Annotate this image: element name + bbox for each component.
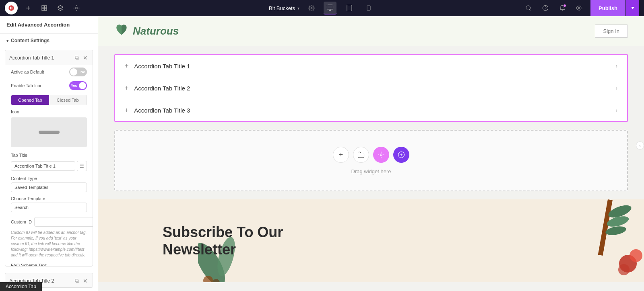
sidebar-collapse-arrow[interactable]: ‹	[636, 141, 644, 150]
tab-card-1: Accordion Tab Title 1 ⧉ ✕ Active as Defa…	[5, 50, 93, 266]
herb-decoration	[543, 199, 644, 280]
tab-title-input[interactable]	[11, 161, 75, 171]
icon-dash-shape	[39, 131, 60, 134]
subscribe-heading: Subscribe To Our Newsletter	[163, 223, 283, 258]
svg-point-36	[618, 264, 630, 275]
faq-schema-label: FAQ Schema Text	[11, 263, 87, 266]
custom-id-label: Custom ID	[11, 219, 32, 224]
content-type-select-row: Saved Templates	[11, 182, 87, 192]
svg-rect-2	[12, 7, 12, 10]
tab-card-1-close-button[interactable]: ✕	[82, 53, 89, 62]
accordion-item-2-left: + Accordion Tab Title 2	[125, 84, 190, 92]
add-widget-icon[interactable]	[23, 2, 34, 14]
tab-title-action-button[interactable]: ☰	[77, 161, 87, 171]
svg-marker-24	[631, 7, 634, 9]
widget-drop-area: + Drag widget here	[114, 130, 628, 191]
accordion-item-2[interactable]: + Accordion Tab Title 2 ›	[115, 77, 627, 99]
svg-point-35	[630, 249, 642, 262]
subscribe-heading-line1: Subscribe To Our	[163, 224, 283, 240]
svg-marker-9	[58, 5, 63, 9]
tab-card-1-copy-button[interactable]: ⧉	[74, 53, 80, 62]
accordion-plus-icon-3: +	[125, 107, 128, 114]
svg-rect-1	[10, 7, 11, 10]
svg-point-11	[311, 7, 312, 9]
preview-icon[interactable]	[574, 2, 585, 14]
topbar-center: Bit Buckets ▾	[269, 2, 375, 14]
content-settings-toggle[interactable]: ▾ Content Settings	[0, 34, 98, 47]
site-header: Naturous Sign In	[98, 16, 644, 46]
search-icon[interactable]	[523, 2, 534, 14]
opened-tab-button[interactable]: Opened Tab	[11, 95, 49, 105]
topbar: Bit Buckets ▾ Publish	[0, 0, 644, 16]
toggle-knob-2	[79, 82, 86, 89]
ai-icon[interactable]	[71, 2, 82, 14]
subscribe-heading-line2: Newsletter	[163, 241, 236, 258]
bottom-tab-indicator: Accordion Tab	[0, 282, 42, 291]
active-default-toggle[interactable]	[69, 68, 87, 76]
tab-title-label: Tab Title	[5, 151, 93, 159]
logo-heart-icon	[114, 23, 129, 40]
svg-point-21	[543, 5, 548, 10]
layers-icon[interactable]	[55, 2, 66, 14]
accordion-item-3-left: + Accordion Tab Title 3	[125, 107, 190, 114]
accordion-item-3[interactable]: + Accordion Tab Title 3 ›	[115, 99, 627, 121]
svg-point-23	[578, 7, 580, 9]
notifications-icon[interactable]	[557, 2, 568, 14]
sign-in-button[interactable]: Sign In	[595, 25, 628, 38]
ai-widget-button[interactable]	[373, 147, 389, 163]
sidebar-header-label: Edit Advanced Accordion	[6, 22, 70, 28]
tab-card-2-copy-button[interactable]: ⧉	[74, 277, 80, 285]
settings-icon[interactable]	[306, 2, 317, 14]
accordion-chevron-icon-3: ›	[615, 107, 617, 113]
svg-rect-6	[45, 6, 47, 8]
add-widget-button[interactable]: +	[333, 147, 349, 163]
enable-icon-toggle[interactable]	[69, 81, 87, 90]
icon-preview	[11, 117, 87, 147]
custom-id-row: Custom ID	[5, 214, 93, 228]
svg-rect-8	[45, 8, 47, 10]
accordion-item-1-left: + Accordion Tab Title 1	[125, 62, 190, 70]
accordion-widget: + Accordion Tab Title 1 › + Accordion Ta…	[114, 54, 628, 122]
accordion-plus-icon-1: +	[125, 62, 128, 70]
tab-card-2-actions: ⧉ ✕	[74, 277, 89, 285]
device-mobile-button[interactable]	[362, 2, 375, 14]
help-icon[interactable]	[540, 2, 551, 14]
sidebar-header: Edit Advanced Accordion	[0, 16, 98, 34]
accordion-item-2-title: Accordion Tab Title 2	[134, 85, 190, 92]
accordion-chevron-icon-2: ›	[615, 85, 617, 91]
svg-point-10	[76, 7, 78, 9]
topbar-left	[5, 2, 82, 14]
accordion-plus-icon-2: +	[125, 84, 128, 92]
choose-template-select-row: Search	[11, 203, 87, 212]
publish-button[interactable]: Publish	[590, 0, 625, 16]
content-settings-chevron-icon: ▾	[6, 39, 8, 43]
tab-card-2-close-button[interactable]: ✕	[82, 277, 89, 285]
faq-schema-row: FAQ Schema Text ☰	[5, 261, 93, 266]
logo-text: Naturous	[133, 25, 179, 37]
site-name-label: Bit Buckets	[269, 5, 295, 11]
site-name[interactable]: Bit Buckets ▾	[269, 5, 299, 11]
choose-template-label: Choose Template	[11, 196, 87, 201]
closed-tab-button[interactable]: Closed Tab	[49, 95, 87, 105]
elementor-logo-button[interactable]	[5, 2, 18, 14]
structure-icon[interactable]	[39, 2, 50, 14]
tab-switcher: Opened Tab Closed Tab	[11, 95, 87, 105]
publish-split-button[interactable]	[626, 0, 639, 16]
content-type-select[interactable]: Saved Templates	[11, 182, 87, 192]
ai2-widget-button[interactable]	[393, 147, 409, 163]
svg-point-19	[526, 6, 530, 10]
tab-card-1-actions: ⧉ ✕	[74, 53, 89, 62]
svg-point-33	[605, 225, 627, 237]
svg-rect-7	[42, 8, 44, 10]
choose-template-select[interactable]: Search	[11, 203, 87, 212]
active-default-label: Active as Default	[11, 70, 44, 74]
custom-id-input[interactable]	[34, 217, 93, 227]
device-desktop-button[interactable]	[324, 2, 336, 14]
device-tablet-button[interactable]	[343, 2, 356, 14]
accordion-item-3-title: Accordion Tab Title 3	[134, 107, 190, 114]
decorative-right	[543, 199, 644, 282]
folder-widget-button[interactable]	[353, 147, 369, 163]
accordion-item-1[interactable]: + Accordion Tab Title 1 ›	[115, 55, 627, 77]
widget-buttons: +	[333, 147, 409, 163]
drag-widget-label: Drag widget here	[351, 168, 391, 174]
